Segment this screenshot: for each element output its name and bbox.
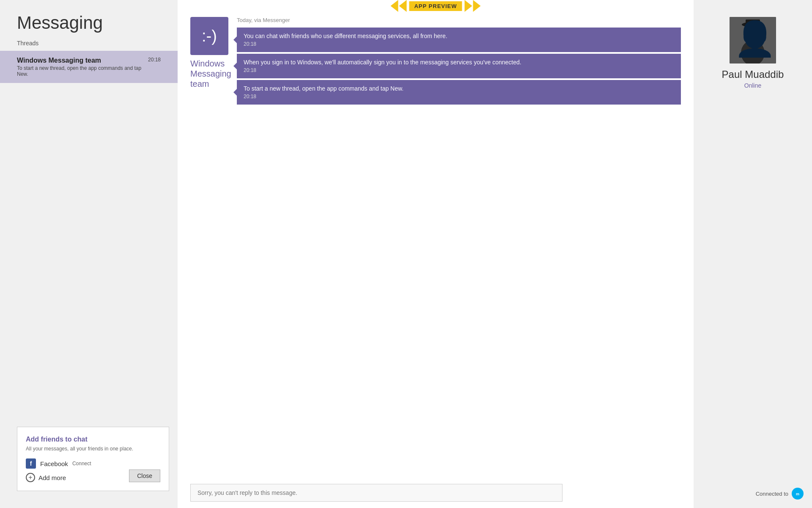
connected-to: Connected to m: [756, 488, 804, 500]
smiley-icon: :-): [202, 27, 217, 45]
contact-photo: [730, 17, 776, 64]
message-bubble-1: You can chat with friends who use differ…: [237, 28, 681, 52]
message-time-1: 20:18: [244, 41, 674, 47]
threads-label: Threads: [0, 37, 178, 51]
message-text-3: To start a new thread, open the app comm…: [244, 85, 674, 92]
sender-name: WindowsMessagingteam: [190, 58, 228, 89]
add-more-icon: +: [26, 473, 35, 482]
svg-point-4: [741, 40, 765, 64]
message-text-2: When you sign in to Windows, we'll autom…: [244, 59, 674, 66]
avatar-bubble: :-): [190, 17, 228, 55]
svg-rect-3: [746, 19, 760, 27]
reply-input[interactable]: [190, 484, 562, 502]
messages-area: Today, via Messenger You can chat with f…: [237, 17, 681, 495]
chevron-right-1-icon: [465, 0, 472, 12]
message-text-1: You can chat with friends who use differ…: [244, 33, 674, 39]
add-friends-panel: Add friends to chat All your messages, a…: [17, 427, 169, 491]
svg-point-2: [742, 22, 764, 27]
contact-status: Online: [744, 82, 761, 89]
message-source: Today, via Messenger: [237, 17, 681, 23]
contact-name: Paul Muaddib: [722, 69, 784, 80]
facebook-label: Facebook: [40, 460, 68, 467]
messenger-icon: m: [792, 488, 804, 500]
chevron-right-2-icon: [473, 0, 481, 12]
chevron-left-2-icon: [399, 0, 406, 12]
facebook-item[interactable]: f Facebook Connect: [26, 458, 160, 469]
connected-to-label: Connected to: [756, 491, 788, 497]
message-time-3: 20:18: [244, 94, 674, 99]
thread-item-content: Windows Messaging team To start a new th…: [17, 57, 144, 77]
message-bubble-3: To start a new thread, open the app comm…: [237, 80, 681, 105]
right-panel: Paul Muaddib Online Connected to m: [694, 0, 812, 508]
app-preview-label: APP PREVIEW: [409, 1, 462, 11]
chevron-left-1-icon: [390, 0, 398, 12]
thread-preview: To start a new thread, open the app comm…: [17, 65, 144, 77]
thread-item[interactable]: Windows Messaging team To start a new th…: [0, 51, 178, 83]
svg-text:m: m: [796, 492, 799, 496]
reply-area: [178, 478, 575, 508]
add-more-text: Add more: [38, 474, 66, 481]
close-button[interactable]: Close: [129, 469, 160, 482]
add-friends-subtitle: All your messages, all your friends in o…: [26, 446, 160, 452]
sender-avatar: :-) WindowsMessagingteam: [190, 17, 228, 495]
app-preview-banner: APP PREVIEW: [390, 0, 480, 12]
thread-time: 20:18: [148, 57, 161, 63]
app-title: Messaging: [0, 0, 178, 37]
svg-point-1: [745, 23, 760, 40]
facebook-icon: f: [26, 458, 36, 469]
thread-name: Windows Messaging team: [17, 57, 144, 64]
svg-rect-0: [730, 17, 776, 64]
contact-avatar: [730, 17, 776, 64]
add-friends-title: Add friends to chat: [26, 436, 160, 443]
facebook-connect[interactable]: Connect: [72, 461, 91, 467]
main-content: APP PREVIEW :-) WindowsMessagingteam Tod…: [178, 0, 694, 508]
message-bubble-2: When you sign in to Windows, we'll autom…: [237, 54, 681, 78]
conversation-area: :-) WindowsMessagingteam Today, via Mess…: [178, 0, 694, 508]
message-time-2: 20:18: [244, 67, 674, 73]
sidebar: Messaging Threads Windows Messaging team…: [0, 0, 178, 508]
